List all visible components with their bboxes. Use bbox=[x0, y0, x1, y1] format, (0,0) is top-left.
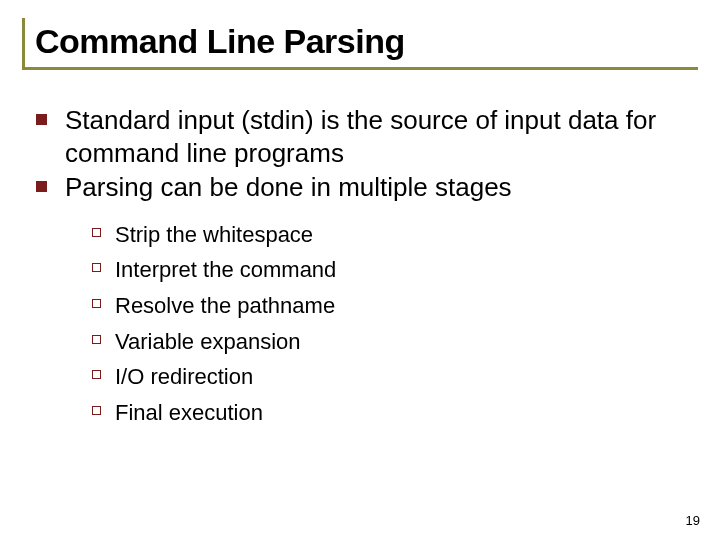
page-number: 19 bbox=[686, 513, 700, 528]
square-bullet-icon bbox=[36, 114, 47, 125]
list-item: Variable expansion bbox=[92, 327, 698, 357]
hollow-square-bullet-icon bbox=[92, 299, 101, 308]
hollow-square-bullet-icon bbox=[92, 263, 101, 272]
hollow-square-bullet-icon bbox=[92, 335, 101, 344]
bullet-text: Standard input (stdin) is the source of … bbox=[65, 104, 698, 169]
subbullet-text: Resolve the pathname bbox=[115, 291, 335, 321]
list-item: Final execution bbox=[92, 398, 698, 428]
subbullet-text: Final execution bbox=[115, 398, 263, 428]
slide-title: Command Line Parsing bbox=[35, 22, 698, 61]
hollow-square-bullet-icon bbox=[92, 228, 101, 237]
list-item: I/O redirection bbox=[92, 362, 698, 392]
hollow-square-bullet-icon bbox=[92, 406, 101, 415]
list-item: Resolve the pathname bbox=[92, 291, 698, 321]
list-item: Standard input (stdin) is the source of … bbox=[36, 104, 698, 169]
square-bullet-icon bbox=[36, 181, 47, 192]
subbullet-text: Strip the whitespace bbox=[115, 220, 313, 250]
sublist: Strip the whitespace Interpret the comma… bbox=[36, 220, 698, 428]
subbullet-text: Interpret the command bbox=[115, 255, 336, 285]
hollow-square-bullet-icon bbox=[92, 370, 101, 379]
list-item: Strip the whitespace bbox=[92, 220, 698, 250]
subbullet-text: Variable expansion bbox=[115, 327, 301, 357]
slide: Command Line Parsing Standard input (std… bbox=[0, 0, 720, 540]
title-container: Command Line Parsing bbox=[22, 18, 698, 70]
list-item: Interpret the command bbox=[92, 255, 698, 285]
list-item: Parsing can be done in multiple stages bbox=[36, 171, 698, 204]
subbullet-text: I/O redirection bbox=[115, 362, 253, 392]
bullet-text: Parsing can be done in multiple stages bbox=[65, 171, 512, 204]
content-area: Standard input (stdin) is the source of … bbox=[22, 104, 698, 428]
